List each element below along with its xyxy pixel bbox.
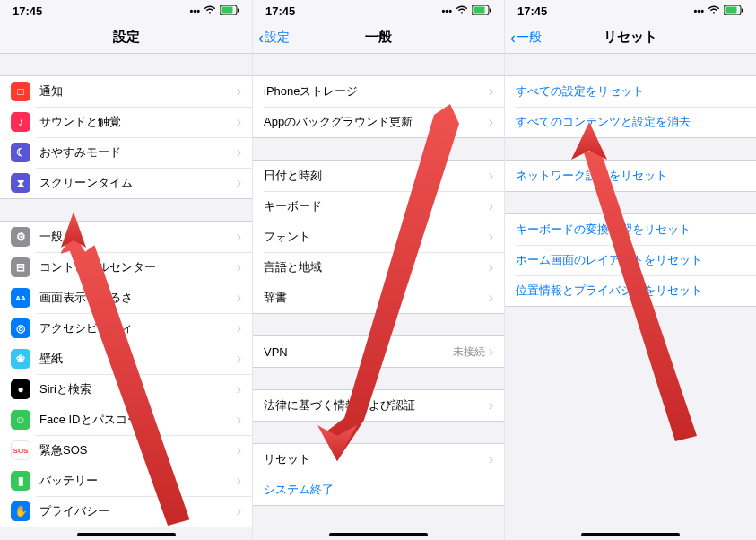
row-value: 未接続 [453, 344, 485, 360]
wallpaper-icon: ❀ [11, 349, 30, 369]
row-label: 法律に基づく情報および認証 [264, 397, 489, 414]
row-siri[interactable]: ●Siriと検索› [0, 374, 252, 405]
row-display[interactable]: AA画面表示と明るさ› [0, 283, 252, 313]
row-control[interactable]: ⊟コントロールセンター› [0, 252, 252, 283]
settings-group: リセット›システム終了 [253, 443, 504, 506]
row-faceid[interactable]: ☺Face IDとパスコード› [0, 405, 252, 435]
home-indicator[interactable] [329, 533, 428, 536]
status-right: ••• [189, 5, 239, 17]
row-wallpaper[interactable]: ❀壁紙› [0, 344, 252, 374]
row-shutdown[interactable]: システム終了 [253, 475, 504, 505]
faceid-icon: ☺ [11, 410, 30, 430]
row-vpn[interactable]: VPN未接続› [253, 336, 504, 367]
row-label: 辞書 [264, 290, 489, 306]
svg-rect-1 [222, 6, 233, 13]
row-label: バッテリー [39, 473, 237, 489]
row-screentime[interactable]: ⧗スクリーンタイム› [0, 168, 252, 198]
sounds-icon: ♪ [11, 112, 30, 132]
row-datetime[interactable]: 日付と時刻› [253, 161, 504, 191]
row-label: すべてのコンテンツと設定を消去 [516, 114, 745, 130]
chevron-right-icon: › [237, 144, 241, 161]
chevron-right-icon: › [237, 259, 241, 275]
home-indicator[interactable] [581, 533, 680, 536]
row-sounds[interactable]: ♪サウンドと触覚› [0, 107, 252, 137]
row-legal[interactable]: 法律に基づく情報および認証› [253, 390, 504, 421]
row-erase_all[interactable]: すべてのコンテンツと設定を消去 [505, 107, 756, 137]
reset-list[interactable]: すべての設定をリセットすべてのコンテンツと設定を消去ネットワーク設定をリセットキ… [505, 54, 756, 540]
chevron-right-icon: › [237, 442, 241, 458]
row-dictionary[interactable]: 辞書› [253, 283, 504, 313]
row-reset_all[interactable]: すべての設定をリセット [505, 76, 756, 107]
status-time: 17:45 [265, 4, 295, 18]
chevron-right-icon: › [237, 290, 241, 306]
general-list[interactable]: iPhoneストレージ›Appのバックグラウンド更新›日付と時刻›キーボード›フ… [253, 54, 504, 540]
chevron-right-icon: › [489, 397, 493, 414]
back-button[interactable]: ‹ 設定 [258, 30, 290, 46]
row-storage[interactable]: iPhoneストレージ› [253, 76, 504, 107]
chevron-left-icon: ‹ [510, 30, 516, 46]
wifi-icon [708, 5, 720, 16]
control-icon: ⊟ [11, 257, 30, 277]
row-font[interactable]: フォント› [253, 222, 504, 252]
row-label: スクリーンタイム [39, 175, 237, 191]
nav-bar: 設定 [0, 22, 252, 54]
row-reset_network[interactable]: ネットワーク設定をリセット [505, 161, 756, 191]
back-label: 一般 [517, 30, 542, 46]
chevron-right-icon: › [237, 381, 241, 397]
row-general[interactable]: ⚙一般› [0, 222, 252, 252]
back-label: 設定 [265, 30, 290, 46]
row-label: リセット [264, 451, 489, 467]
row-label: 日付と時刻 [264, 168, 489, 184]
signal-icon: ••• [693, 5, 704, 16]
row-notifications[interactable]: □通知› [0, 76, 252, 107]
row-label: サウンドと触覚 [39, 114, 237, 130]
status-time: 17:45 [517, 4, 547, 18]
nav-bar: ‹ 一般 リセット [505, 22, 756, 54]
row-label: 一般 [39, 229, 237, 245]
row-sos[interactable]: SOS緊急SOS› [0, 435, 252, 466]
battery-icon [472, 5, 491, 17]
siri-icon: ● [11, 379, 30, 399]
row-battery[interactable]: ▮バッテリー› [0, 466, 252, 496]
settings-group: iPhoneストレージ›Appのバックグラウンド更新› [253, 75, 504, 138]
chevron-right-icon: › [489, 168, 493, 184]
row-reset_kbd[interactable]: キーボードの変換学習をリセット [505, 214, 756, 245]
dnd-icon: ☾ [11, 143, 30, 162]
status-bar: 17:45 ••• [253, 0, 504, 22]
accessibility-icon: ◎ [11, 318, 30, 338]
back-button[interactable]: ‹ 一般 [510, 30, 542, 46]
row-label: キーボードの変換学習をリセット [516, 222, 745, 238]
row-privacy[interactable]: ✋プライバシー› [0, 496, 252, 527]
row-accessibility[interactable]: ◎アクセシビリティ› [0, 313, 252, 344]
row-language[interactable]: 言語と地域› [253, 252, 504, 283]
row-bgrefresh[interactable]: Appのバックグラウンド更新› [253, 107, 504, 137]
phone-reset: 17:45 ••• ‹ 一般 リセット すべての設定をリセットすべてのコンテンツ… [504, 0, 756, 540]
row-label: 言語と地域 [264, 259, 489, 275]
battery-icon: ▮ [11, 471, 30, 491]
row-label: アクセシビリティ [39, 320, 237, 336]
row-label: 画面表示と明るさ [39, 290, 237, 306]
status-right: ••• [693, 5, 743, 17]
svg-rect-12 [742, 8, 743, 12]
settings-group: 法律に基づく情報および認証› [253, 389, 504, 422]
notifications-icon: □ [11, 82, 30, 101]
status-bar: 17:45 ••• [505, 0, 756, 22]
svg-rect-6 [474, 6, 485, 13]
row-reset[interactable]: リセット› [253, 444, 504, 475]
row-reset_home[interactable]: ホーム画面のレイアウトをリセット [505, 245, 756, 275]
row-label: キーボード [264, 198, 489, 214]
home-indicator[interactable] [77, 533, 176, 536]
settings-list[interactable]: □通知›♪サウンドと触覚›☾おやすみモード›⧗スクリーンタイム›⚙一般›⊟コント… [0, 54, 252, 540]
status-bar: 17:45 ••• [0, 0, 252, 22]
display-icon: AA [11, 288, 30, 308]
chevron-right-icon: › [237, 503, 241, 519]
row-label: すべての設定をリセット [516, 83, 745, 100]
row-label: 壁紙 [39, 351, 237, 367]
battery-icon [220, 5, 239, 17]
row-reset_loc[interactable]: 位置情報とプライバシーをリセット [505, 275, 756, 306]
row-label: ネットワーク設定をリセット [516, 168, 745, 184]
wifi-icon [456, 5, 468, 16]
row-label: Siriと検索 [39, 381, 237, 397]
row-keyboard[interactable]: キーボード› [253, 191, 504, 222]
row-dnd[interactable]: ☾おやすみモード› [0, 137, 252, 168]
